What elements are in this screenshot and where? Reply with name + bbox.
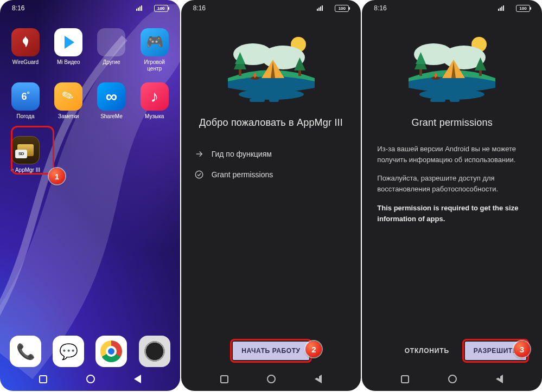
welcome-illustration [217,29,326,105]
bottom-actions: НАЧАТЬ РАБОТУ [181,339,361,363]
wifi-icon [506,5,514,11]
nav-back[interactable] [315,375,322,383]
decline-button[interactable]: ОТКЛОНИТЬ [401,342,452,360]
app-gamecenter[interactable]: Игровой центр [138,28,171,72]
nav-home[interactable] [86,375,95,383]
nav-back[interactable] [496,375,503,383]
wifi-icon [325,5,333,11]
nav-back[interactable] [134,375,141,383]
step-badge-1: 1 [49,168,65,184]
check-circle-icon [194,170,204,179]
nav-bar [0,370,180,388]
app-music[interactable]: Музыка [138,82,171,125]
permissions-p2: Пожалуйста, разрешите доступ для восстан… [377,173,527,195]
mivideo-icon [54,28,82,56]
app-shareme[interactable]: ShareMe [94,82,128,125]
clock: 8:16 [193,4,206,12]
dock-camera[interactable] [139,336,170,367]
dock-chrome[interactable] [95,336,127,367]
svg-point-14 [195,171,203,178]
nav-bar [181,370,361,388]
dock-messages[interactable] [53,336,84,367]
clock: 8:16 [374,4,386,12]
signal-icon [136,5,142,11]
battery-icon: 100 [154,5,168,12]
gamepad-icon [141,28,169,56]
nav-home[interactable] [267,375,276,383]
wifi-icon [144,5,152,11]
list-item-guide[interactable]: Гид по функциям [194,144,348,164]
home-screen: 8:16 100 WireGuard Mi Видео Другие Игров… [0,0,180,391]
music-icon [141,82,169,111]
signal-icon [498,5,504,11]
folder-icon [97,28,125,56]
status-bar: 8:16 100 [0,0,180,16]
app-notes[interactable]: Заметки [52,82,85,125]
list-item-permissions[interactable]: Grant permissions [194,164,348,185]
signal-icon [317,5,323,11]
highlight-box-2: НАЧАТЬ РАБОТУ [230,339,311,363]
dock-phone[interactable] [10,336,41,367]
permissions-screen: 8:16 100 Grant permissions Из-за вашей в… [362,0,542,391]
wireguard-icon [11,28,40,56]
shareme-icon [97,82,125,111]
permissions-body: Из-за вашей версии Android вы не можете … [362,144,542,224]
step-badge-3: 3 [514,341,530,357]
permissions-p3: This permission is required to get the s… [377,203,527,224]
notes-icon [54,82,82,111]
welcome-list: Гид по функциям Grant permissions [181,144,361,185]
status-bar: 8:16 100 [181,0,361,16]
nav-recents[interactable] [401,375,409,383]
app-mivideo[interactable]: Mi Видео [52,28,85,72]
nav-recents[interactable] [220,375,228,383]
welcome-screen: 8:16 100 Добро пожаловать в AppMgr III Г… [181,0,361,391]
welcome-title: Добро пожаловать в AppMgr III [181,117,361,128]
nav-home[interactable] [448,375,457,383]
battery-icon: 100 [516,5,530,12]
highlight-box-1 [11,126,54,175]
dock [0,336,180,367]
permissions-title: Grant permissions [362,117,542,128]
app-wireguard[interactable]: WireGuard [9,28,42,72]
permissions-illustration [398,29,506,105]
app-folder-other[interactable]: Другие [94,28,128,72]
status-bar: 8:16 100 [362,0,542,16]
weather-icon: 6 [11,82,40,111]
permissions-p1: Из-за вашей версии Android вы не можете … [377,144,527,165]
arrow-right-icon [194,149,204,159]
start-button[interactable]: НАЧАТЬ РАБОТУ [233,342,309,360]
clock: 8:16 [12,4,24,12]
nav-bar [362,370,542,388]
nav-recents[interactable] [39,375,47,383]
app-weather[interactable]: 6 Погода [9,82,42,125]
battery-icon: 100 [335,5,349,12]
